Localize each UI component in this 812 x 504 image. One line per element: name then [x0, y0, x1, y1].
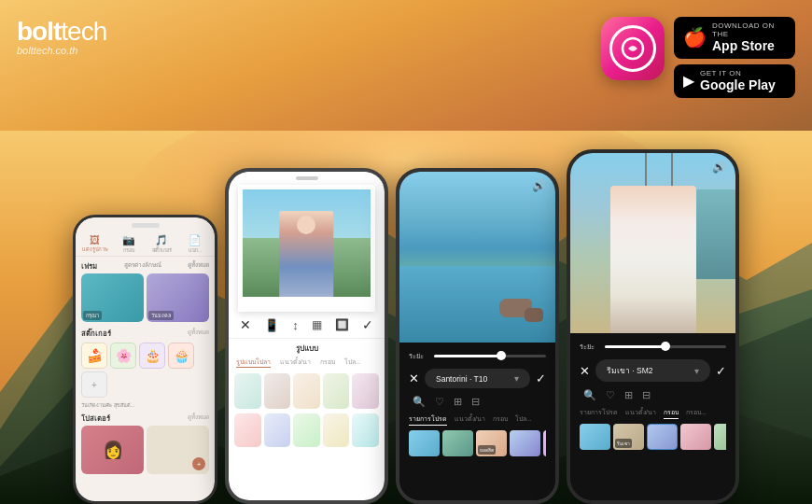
phone-4: 🔊 ระยะ ✕ ริมเขา · SM2 ▾ [567, 149, 739, 504]
app-store-big-label: App Store [712, 38, 786, 54]
p2-filter-label: รูปแบบ [229, 339, 385, 357]
p4-thumb-3[interactable] [647, 424, 678, 450]
phones-container: 🖼 แต่งรูปภาพ 📷 กรอบ 🎵 สติ๊กเกอร์ 📄 แบก..… [9, 149, 803, 504]
p3-thumb-5[interactable] [543, 430, 546, 456]
p2-filter-tabs: รูปแบบโปลา แนวตั้ง/นา กรอบ โปล... [229, 357, 385, 371]
p2-resize-icon[interactable]: ↕ [292, 318, 299, 332]
app-store-badge[interactable]: 🍎 Download on the App Store [674, 17, 795, 59]
p1-tab-stickers-icon: 🎵 [155, 234, 168, 246]
p2-filter-1[interactable] [234, 373, 261, 409]
p4-check-icon[interactable]: ✓ [716, 364, 726, 378]
p3-icon-heart[interactable]: ♡ [435, 396, 444, 408]
p2-filter-9[interactable] [323, 413, 350, 447]
p1-tab-frames[interactable]: 📷 กรอบ [113, 234, 145, 254]
p3-dropdown[interactable]: Santorini · T10 ▾ [425, 369, 530, 388]
p2-tab-3[interactable]: กรอบ [320, 357, 335, 368]
p1-section-frames-more[interactable]: ดูทั้งหมด [188, 260, 209, 272]
p3-tabs: รายการโปรด แนวตั้ง/นา กรอบ โปล... [409, 413, 546, 426]
p1-sticker-more[interactable]: + [81, 371, 107, 398]
p1-tab-photos[interactable]: 🖼 แต่งรูปภาพ [79, 234, 111, 254]
p2-check-icon[interactable]: ✓ [362, 317, 373, 332]
google-play-big-label: Google Play [700, 77, 776, 93]
p2-filter-grid-1 [229, 371, 385, 411]
p4-tab-portrait[interactable]: แนวตั้ง/นา [625, 407, 656, 419]
p3-tab-favorites[interactable]: รายการโปรด [409, 413, 447, 426]
p4-thumb-2[interactable]: ริมเขา [613, 424, 644, 450]
p1-section-stickers-more[interactable]: ดูทั้งหมด [188, 328, 209, 339]
p4-close-icon[interactable]: ✕ [580, 364, 590, 378]
p1-tab-frames-label: กรอบ [123, 246, 134, 254]
p2-tab-1[interactable]: รูปแบบโปลา [236, 357, 271, 368]
p1-tab-more-label: แบก... [189, 246, 203, 254]
p2-filter-7[interactable] [264, 413, 291, 447]
store-badges: 🍎 Download on the App Store ▶ GET IT ON … [674, 17, 795, 98]
p3-icon-layout[interactable]: ⊞ [454, 396, 462, 408]
p3-check-icon[interactable]: ✓ [536, 371, 546, 385]
p2-grid1-icon[interactable]: ▦ [312, 318, 322, 331]
p1-tab-more[interactable]: 📄 แบก... [179, 234, 211, 254]
p4-thumb-1[interactable] [580, 424, 610, 450]
p1-tab-stickers[interactable]: 🎵 สติ๊กเกอร์ [147, 234, 178, 254]
p2-filter-10[interactable] [352, 413, 379, 447]
p4-tab-frames[interactable]: กรอบ [664, 407, 679, 419]
p4-tab-favorites[interactable]: รายการโปรด [580, 407, 618, 419]
p1-sticker-1[interactable]: 🍰 [81, 343, 107, 369]
p1-frame-cell-1[interactable]: กรุณา [81, 273, 144, 322]
p4-icon-layout[interactable]: ⊞ [624, 389, 633, 401]
p3-slider-track[interactable] [434, 355, 546, 357]
p4-icon-heart[interactable]: ♡ [606, 389, 615, 401]
app-icon[interactable] [601, 17, 665, 80]
p3-tab-more[interactable]: โปล... [515, 413, 532, 426]
p2-tab-2[interactable]: แนวตั้ง/นา [280, 357, 311, 368]
p1-sticker-2[interactable]: 🌸 [110, 343, 136, 369]
p2-filter-8[interactable] [293, 413, 320, 447]
p3-controls: ระยะ ✕ Santorini · T10 ▾ ✓ [399, 343, 555, 464]
p2-phone-icon[interactable]: 📱 [264, 318, 279, 332]
google-play-small-label: GET IT ON [700, 69, 776, 77]
p4-icon-search[interactable]: 🔍 [583, 389, 596, 401]
p4-icon-grid[interactable]: ⊟ [642, 389, 651, 401]
p2-filter-2[interactable] [264, 373, 291, 409]
phone-2: ✕ 📱 ↕ ▦ 🔲 ✓ รูปแบบ รูปแบบโปลา แนวตั้ง/นา… [225, 168, 388, 504]
google-play-badge[interactable]: ▶ GET IT ON Google Play [674, 64, 795, 98]
p1-section-frames-sub: สูตรต่างลักษณ์ [124, 260, 161, 272]
p2-polaroid [238, 185, 375, 312]
p4-dropdown-chevron: ▾ [694, 366, 699, 376]
p2-tab-4[interactable]: โปล... [344, 357, 361, 368]
apple-icon: 🍎 [683, 28, 707, 47]
p4-thumb-5[interactable] [714, 424, 726, 450]
p3-thumb-3[interactable]: ยอดฮิต [476, 430, 507, 456]
p1-poster-cell-1[interactable]: 👩 [81, 426, 144, 474]
phone-3-screen: 🔊 ระยะ ✕ Santorini · T10 ▾ [399, 172, 555, 500]
p3-thumb-4[interactable] [510, 430, 540, 456]
p2-filter-4[interactable] [323, 373, 350, 409]
p3-icon-search[interactable]: 🔍 [413, 396, 426, 408]
p3-tab-portrait[interactable]: แนวตั้ง/นา [455, 413, 485, 426]
p3-close-icon[interactable]: ✕ [409, 371, 419, 385]
p2-filter-3[interactable] [293, 373, 320, 409]
logo-bold: bolt [17, 17, 61, 46]
p3-volume-icon[interactable]: 🔊 [532, 179, 546, 192]
p3-icon-grid[interactable]: ⊟ [471, 396, 480, 408]
p2-close-icon[interactable]: ✕ [240, 317, 251, 332]
p1-frame-cell-2[interactable]: วันมงคล [147, 273, 209, 322]
p1-sticker-3[interactable]: 🎂 [139, 343, 165, 369]
phone-1: 🖼 แต่งรูปภาพ 📷 กรอบ 🎵 สติ๊กเกอร์ 📄 แบก..… [73, 215, 217, 504]
p4-tab-more[interactable]: กรอบ... [686, 407, 707, 419]
p1-section-poster-more[interactable]: ดูทั้งหมด [188, 413, 209, 424]
p1-poster-cell-2[interactable]: + [147, 426, 209, 474]
p3-tab-frames[interactable]: กรอบ [493, 413, 508, 426]
p1-sticker-4[interactable]: 🧁 [168, 343, 194, 369]
p4-thumb-4[interactable] [680, 424, 711, 450]
p2-filter-5[interactable] [352, 373, 379, 409]
p3-thumb-1[interactable] [409, 430, 440, 456]
p1-tab-more-icon: 📄 [189, 234, 202, 246]
p2-filter-6[interactable] [234, 413, 261, 447]
p4-volume-icon[interactable]: 🔊 [712, 161, 726, 174]
logo: bolttech bolttech.co.th [17, 17, 106, 56]
p4-slider-track[interactable] [605, 345, 726, 348]
app-store-text: Download on the App Store [712, 21, 786, 54]
p4-dropdown[interactable]: ริมเขา · SM2 ▾ [595, 359, 710, 382]
p3-thumb-2[interactable] [442, 430, 473, 456]
p2-grid2-icon[interactable]: 🔲 [335, 318, 349, 331]
